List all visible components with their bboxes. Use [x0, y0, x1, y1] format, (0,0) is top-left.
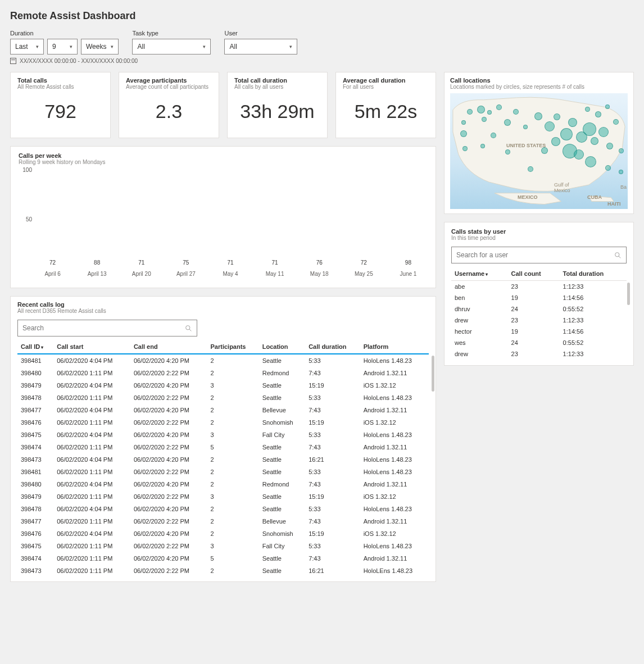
map-data-point[interactable]: [528, 166, 533, 172]
table-row[interactable]: 39847306/02/2020 4:04 PM06/02/2020 4:20 …: [17, 453, 429, 466]
table-row[interactable]: dhruv240:55:52: [451, 303, 627, 315]
map-data-point[interactable]: [595, 111, 601, 117]
table-row[interactable]: hector191:14:56: [451, 326, 627, 337]
map-data-point[interactable]: [504, 119, 511, 126]
table-row[interactable]: 39847806/02/2020 4:04 PM06/02/2020 4:20 …: [17, 503, 429, 515]
table-row[interactable]: 39848006/02/2020 4:04 PM06/02/2020 4:20 …: [17, 478, 429, 490]
table-row[interactable]: ben191:14:56: [451, 292, 627, 303]
map-data-point[interactable]: [551, 137, 560, 146]
table-cell: 2: [207, 478, 259, 490]
map-data-point[interactable]: [460, 130, 467, 137]
table-header[interactable]: Participants: [207, 340, 259, 354]
table-row[interactable]: 39847306/02/2020 1:11 PM06/02/2020 2:22 …: [17, 565, 429, 577]
table-row[interactable]: 39848106/02/2020 1:11 PM06/02/2020 2:22 …: [17, 466, 429, 478]
table-cell: Seattle: [259, 552, 305, 565]
scrollbar[interactable]: [432, 356, 434, 392]
table-row[interactable]: abe231:12:33: [451, 281, 627, 293]
duration-count-select[interactable]: 9 ▾: [47, 39, 78, 54]
table-row[interactable]: 39847606/02/2020 1:11 PM06/02/2020 2:22 …: [17, 416, 429, 429]
map-data-point[interactable]: [619, 170, 623, 174]
duration-mode-select[interactable]: Last ▾: [10, 39, 44, 54]
table-header[interactable]: Username▾: [451, 267, 508, 281]
task-type-select[interactable]: All ▾: [132, 39, 211, 54]
table-row[interactable]: 39847906/02/2020 4:04 PM06/02/2020 4:20 …: [17, 379, 429, 392]
map-data-point[interactable]: [545, 121, 555, 131]
table-row[interactable]: 39847506/02/2020 4:04 PM06/02/2020 4:20 …: [17, 429, 429, 441]
table-header[interactable]: Total duration: [560, 267, 627, 281]
table-row[interactable]: 39847506/02/2020 1:11 PM06/02/2020 2:22 …: [17, 540, 429, 552]
table-cell: 2: [207, 453, 259, 466]
table-cell: 06/02/2020 2:22 PM: [130, 441, 207, 453]
kpi-card: Total call duration All calls by all use…: [227, 72, 328, 138]
table-row[interactable]: drew231:12:33: [451, 315, 627, 326]
table-row[interactable]: 39847406/02/2020 1:11 PM06/02/2020 2:22 …: [17, 441, 429, 453]
x-axis-label: May 25: [348, 271, 380, 282]
table-header[interactable]: Call duration: [305, 340, 360, 354]
table-row[interactable]: 39847706/02/2020 1:11 PM06/02/2020 2:22 …: [17, 515, 429, 527]
user-select[interactable]: All ▾: [224, 39, 297, 54]
kpi-card: Total calls All Remote Assist calls 792: [10, 72, 111, 138]
map-data-point[interactable]: [591, 137, 598, 145]
table-row[interactable]: 39848106/02/2020 4:04 PM06/02/2020 4:20 …: [17, 354, 429, 367]
table-row[interactable]: 39847906/02/2020 1:11 PM06/02/2020 2:22 …: [17, 490, 429, 503]
page-title: Remote Assist Dashboard: [10, 10, 634, 22]
table-header[interactable]: Call ID▾: [17, 340, 53, 354]
table-row[interactable]: 39847706/02/2020 4:04 PM06/02/2020 4:20 …: [17, 404, 429, 416]
duration-label: Duration: [10, 30, 119, 37]
map-data-point[interactable]: [605, 104, 610, 109]
map-data-point[interactable]: [462, 146, 468, 151]
map-data-point[interactable]: [585, 107, 590, 112]
table-row[interactable]: 39847806/02/2020 1:11 PM06/02/2020 2:22 …: [17, 392, 429, 404]
table-row[interactable]: 39847606/02/2020 4:04 PM06/02/2020 4:20 …: [17, 527, 429, 540]
x-axis-label: May 4: [214, 271, 246, 282]
kpi-title: Total calls: [17, 77, 103, 84]
map-data-point[interactable]: [482, 117, 487, 122]
table-header[interactable]: Platform: [360, 340, 429, 354]
map-data-point[interactable]: [598, 127, 609, 137]
calls-search-box[interactable]: [17, 320, 197, 336]
table-cell: 06/02/2020 4:20 PM: [130, 503, 207, 515]
table-cell: 398481: [17, 354, 53, 367]
map-data-point[interactable]: [619, 148, 624, 153]
map-data-point[interactable]: [491, 133, 496, 138]
map[interactable]: UNITED STATES MEXICO Gulf of Mexico CUBA…: [450, 93, 628, 209]
table-header[interactable]: Call count: [508, 267, 560, 281]
table-cell: 5:33: [305, 503, 360, 515]
table-row[interactable]: 39847406/02/2020 1:11 PM06/02/2020 4:20 …: [17, 552, 429, 565]
map-data-point[interactable]: [574, 149, 584, 160]
scrollbar[interactable]: [627, 283, 630, 305]
map-data-point[interactable]: [467, 109, 473, 115]
map-data-point[interactable]: [605, 165, 611, 171]
user-stats-table: Username▾Call countTotal duration abe231…: [451, 267, 627, 360]
table-row[interactable]: wes240:55:52: [451, 337, 627, 348]
table-header[interactable]: Location: [259, 340, 305, 354]
map-data-point[interactable]: [583, 122, 596, 136]
map-data-point[interactable]: [480, 144, 485, 148]
map-data-point[interactable]: [496, 104, 502, 110]
table-cell: HoloLens 1.48.23: [360, 466, 429, 478]
duration-unit-select[interactable]: Weeks ▾: [81, 39, 119, 54]
map-data-point[interactable]: [606, 143, 613, 149]
table-header[interactable]: Call start: [53, 340, 130, 354]
user-search-input[interactable]: [456, 251, 614, 259]
table-cell: 23: [508, 281, 560, 293]
map-data-point[interactable]: [534, 112, 542, 120]
map-data-point[interactable]: [477, 106, 485, 113]
table-header[interactable]: Call end: [130, 340, 207, 354]
map-data-point[interactable]: [560, 128, 573, 140]
calls-search-input[interactable]: [22, 324, 185, 332]
table-row[interactable]: 39848006/02/2020 1:11 PM06/02/2020 2:22 …: [17, 367, 429, 379]
map-data-point[interactable]: [523, 125, 528, 129]
map-data-point[interactable]: [585, 156, 596, 167]
map-data-point[interactable]: [513, 109, 519, 115]
map-data-point[interactable]: [487, 110, 492, 115]
map-data-point[interactable]: [554, 113, 560, 120]
map-data-point[interactable]: [505, 149, 510, 154]
user-search-box[interactable]: [451, 247, 627, 263]
map-data-point[interactable]: [541, 147, 548, 154]
table-cell: 2: [207, 565, 259, 577]
map-data-point[interactable]: [613, 119, 619, 125]
map-data-point[interactable]: [568, 118, 577, 127]
table-row[interactable]: drew231:12:33: [451, 348, 627, 360]
map-data-point[interactable]: [461, 120, 466, 125]
